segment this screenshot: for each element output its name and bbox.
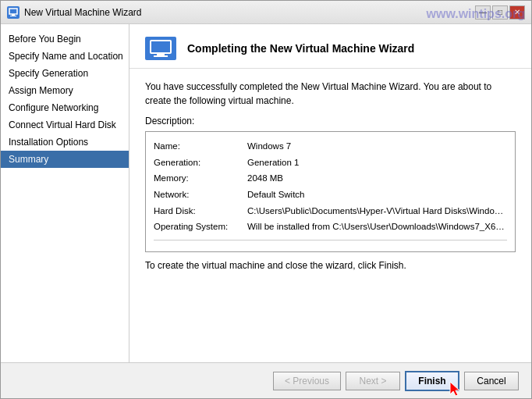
- sidebar-item-before-you-begin[interactable]: Before You Begin: [1, 30, 129, 48]
- minimize-button[interactable]: —: [475, 5, 491, 20]
- summary-val-4: C:\Users\Public\Documents\Hyper-V\Virtua…: [247, 203, 507, 219]
- previous-button[interactable]: < Previous: [273, 372, 341, 390]
- finish-text: To create the virtual machine and close …: [145, 260, 516, 271]
- wizard-window: www.wintips.org New Virtual Machine Wiza…: [0, 0, 532, 399]
- title-bar-controls: — □ ✕: [475, 5, 525, 20]
- summary-val-3: Default Switch: [247, 187, 507, 203]
- summary-key-1: Generation:: [154, 155, 247, 171]
- wizard-title: Completing the New Virtual Machine Wizar…: [187, 42, 414, 55]
- sidebar-item-assign-memory[interactable]: Assign Memory: [1, 82, 129, 99]
- summary-separator: [154, 240, 507, 240]
- wizard-content: Before You BeginSpecify Name and Locatio…: [1, 24, 531, 362]
- finish-button[interactable]: Finish: [405, 371, 459, 391]
- summary-key-3: Network:: [154, 187, 247, 203]
- title-bar-icon: [7, 6, 20, 19]
- close-button[interactable]: ✕: [509, 5, 525, 20]
- footer: < Previous Next > Finish Cancel: [1, 362, 531, 398]
- summary-val-5: Will be installed from C:\Users\User\Dow…: [247, 219, 507, 235]
- description-label: Description:: [145, 116, 516, 126]
- summary-key-5: Operating System:: [154, 219, 247, 235]
- header-icon: [145, 37, 176, 60]
- summary-row-5: Operating System:Will be installed from …: [154, 219, 507, 235]
- title-bar-title: New Virtual Machine Wizard: [24, 7, 142, 18]
- sidebar-item-installation[interactable]: Installation Options: [1, 134, 129, 151]
- summary-val-0: Windows 7: [247, 138, 507, 155]
- sidebar-item-connect-vhd[interactable]: Connect Virtual Hard Disk: [1, 116, 129, 134]
- sidebar: Before You BeginSpecify Name and Locatio…: [1, 24, 129, 362]
- svg-rect-3: [151, 41, 171, 53]
- cancel-button[interactable]: Cancel: [464, 372, 519, 390]
- summary-key-4: Hard Disk:: [154, 203, 247, 219]
- summary-row-3: Network:Default Switch: [154, 187, 507, 203]
- next-button: Next >: [346, 372, 400, 390]
- main-body: You have successfully completed the New …: [129, 69, 531, 362]
- main-area: Completing the New Virtual Machine Wizar…: [129, 24, 531, 362]
- sidebar-item-specify-name[interactable]: Specify Name and Location: [1, 48, 129, 65]
- svg-rect-1: [12, 14, 15, 16]
- summary-key-2: Memory:: [154, 170, 247, 187]
- sidebar-item-configure-networking[interactable]: Configure Networking: [1, 99, 129, 116]
- svg-rect-4: [157, 53, 165, 55]
- svg-rect-5: [154, 55, 168, 57]
- svg-rect-2: [10, 16, 16, 16]
- sidebar-item-summary[interactable]: Summary: [1, 151, 129, 168]
- intro-text: You have successfully completed the New …: [145, 80, 516, 108]
- sidebar-item-specify-gen[interactable]: Specify Generation: [1, 65, 129, 82]
- summary-box: Name:Windows 7Generation:Generation 1Mem…: [145, 131, 516, 252]
- main-header: Completing the New Virtual Machine Wizar…: [129, 24, 531, 69]
- summary-row-1: Generation:Generation 1: [154, 155, 507, 171]
- svg-rect-0: [9, 9, 17, 14]
- summary-row-2: Memory:2048 MB: [154, 170, 507, 187]
- maximize-button[interactable]: □: [492, 5, 508, 20]
- title-bar: New Virtual Machine Wizard — □ ✕: [1, 1, 531, 24]
- summary-val-2: 2048 MB: [247, 170, 507, 187]
- summary-val-1: Generation 1: [247, 155, 507, 171]
- summary-row-4: Hard Disk:C:\Users\Public\Documents\Hype…: [154, 203, 507, 219]
- summary-key-0: Name:: [154, 138, 247, 155]
- summary-row-0: Name:Windows 7: [154, 138, 507, 155]
